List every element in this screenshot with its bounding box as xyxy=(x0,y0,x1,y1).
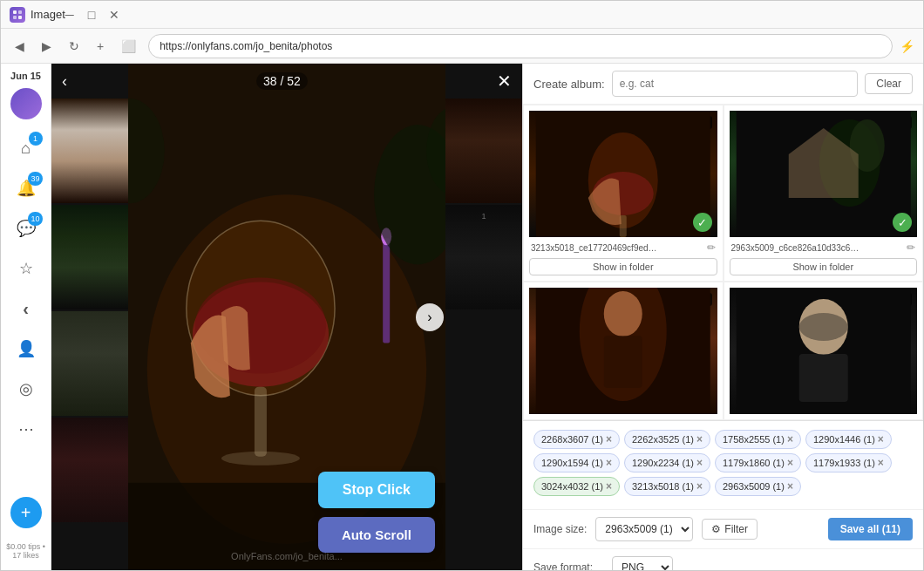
tags-row-3: 3024x4032 (1) × 3213x5018 (1) × 2963x500… xyxy=(533,477,913,496)
more-icon: ⋯ xyxy=(18,419,34,438)
save-format-row: Save format: PNGJPGWEBP xyxy=(533,556,913,570)
image-thumb-4[interactable]: 1179x1933 xyxy=(730,288,918,414)
svg-rect-0 xyxy=(13,10,17,14)
viewer-image-area: 1 xyxy=(51,64,522,570)
save-format-select[interactable]: PNGJPGWEBP xyxy=(612,556,673,570)
viewer-back-button[interactable]: ‹ xyxy=(62,72,67,91)
clear-button[interactable]: Clear xyxy=(865,73,913,94)
right-strip: 1 xyxy=(445,64,522,570)
edit-icon-2[interactable]: ✏ xyxy=(907,241,915,254)
sidebar-item-home[interactable]: ⌂ 1 xyxy=(8,130,44,167)
image-viewer: ‹ 38 / 52 ✕ xyxy=(51,64,522,570)
image-card-3: 3024x4032 xyxy=(523,282,724,420)
new-tab-button[interactable]: + xyxy=(92,36,109,57)
svg-point-11 xyxy=(221,452,300,466)
sidebar-item-messages[interactable]: 💬 10 xyxy=(8,210,44,247)
right-strip-thumb-2[interactable]: 1 xyxy=(445,205,522,309)
strip-thumb-4[interactable] xyxy=(51,418,128,522)
tag-6: 1179x1860 (1) × xyxy=(715,453,801,472)
tag-remove-10[interactable]: × xyxy=(787,480,793,493)
tag-remove-2[interactable]: × xyxy=(787,433,793,445)
tag-remove-1[interactable]: × xyxy=(696,433,703,445)
tags-area: 2268x3607 (1) × 2262x3525 (1) × 1758x255… xyxy=(523,421,923,510)
add-button[interactable]: + xyxy=(10,497,42,528)
left-strip xyxy=(51,64,128,570)
image-card-2: 2963x5009 ✓ 2963x5009_c6ce826a10d33c6960… xyxy=(724,105,924,282)
tag-5: 1290x2234 (1) × xyxy=(624,453,710,472)
sidebar-item-notifications[interactable]: 🔔 39 xyxy=(8,170,44,207)
image-size-select[interactable]: 2963x5009 (1)3213x5018 (1)3024x4032 (1)A… xyxy=(595,517,693,541)
show-folder-button-2[interactable]: Show in folder xyxy=(730,258,918,275)
svg-rect-30 xyxy=(798,354,847,402)
viewer-actions: Stop Click Auto Scroll xyxy=(318,472,435,553)
strip-thumb-1[interactable] xyxy=(51,99,128,203)
user-icon: 👤 xyxy=(17,339,36,358)
svg-point-26 xyxy=(604,291,642,336)
tag-1: 2262x3525 (1) × xyxy=(624,430,710,449)
home-badge: 1 xyxy=(29,132,43,146)
save-all-button[interactable]: Save all (11) xyxy=(828,518,913,540)
image-card-1: 3213x5018 ✓ 3213x5018_ce17720469cf9ed0d0… xyxy=(523,105,724,282)
messages-badge: 10 xyxy=(28,212,42,226)
svg-rect-10 xyxy=(255,387,267,457)
tag-4: 1290x1594 (1) × xyxy=(533,453,620,472)
sidebar-date: Jun 15 xyxy=(10,71,41,81)
back-button[interactable]: ◀ xyxy=(10,36,30,57)
tag-remove-7[interactable]: × xyxy=(878,457,884,469)
bookmark-icon[interactable]: ⚡ xyxy=(900,39,914,53)
image-size-label: Image size: xyxy=(533,523,587,535)
tag-remove-8[interactable]: × xyxy=(606,480,612,493)
sidebar-item-location[interactable]: ◎ xyxy=(8,370,44,407)
image-card-4: 1179x1933 xyxy=(724,282,924,420)
image-thumb-3[interactable]: 3024x4032 xyxy=(529,288,717,414)
image-thumb-1[interactable]: 3213x5018 ✓ xyxy=(529,111,717,237)
tag-remove-9[interactable]: × xyxy=(696,480,703,493)
address-bar-icon[interactable]: ⬜ xyxy=(116,36,141,57)
svg-rect-2 xyxy=(13,16,17,19)
thumb-svg-3 xyxy=(529,288,717,414)
tag-8: 3024x4032 (1) × xyxy=(533,477,620,496)
stop-click-button[interactable]: Stop Click xyxy=(318,472,435,508)
sidebar-item-back[interactable]: ‹ xyxy=(8,290,44,327)
tag-remove-6[interactable]: × xyxy=(787,457,793,469)
tag-remove-5[interactable]: × xyxy=(696,457,703,469)
right-strip-thumb-1[interactable] xyxy=(445,99,522,203)
edit-icon-1[interactable]: ✏ xyxy=(707,241,716,254)
strip-thumb-3[interactable] xyxy=(51,311,128,416)
tag-10: 2963x5009 (1) × xyxy=(715,477,801,496)
tag-remove-4[interactable]: × xyxy=(606,457,612,469)
strip-thumb-2[interactable] xyxy=(51,205,128,309)
sidebar-item-more[interactable]: ⋯ xyxy=(8,411,44,447)
minimize-button[interactable]: ─ xyxy=(65,8,74,22)
filter-button[interactable]: ⚙ Filter xyxy=(702,519,758,540)
sidebar: Jun 15 ⌂ 1 🔔 39 💬 10 ☆ ‹ 👤 xyxy=(1,64,51,570)
sidebar-avatar xyxy=(10,88,42,119)
refresh-button[interactable]: ↻ xyxy=(64,36,85,57)
filter-icon: ⚙ xyxy=(711,523,721,535)
forward-button[interactable]: ▶ xyxy=(37,36,57,57)
maximize-button[interactable]: □ xyxy=(88,8,95,22)
close-button[interactable]: ✕ xyxy=(109,8,119,22)
image-card-info-1: 3213x5018_ce17720469cf9ed0d0f9 ✏ xyxy=(529,237,717,256)
show-folder-button-1[interactable]: Show in folder xyxy=(529,258,717,275)
title-bar-left: Imaget xyxy=(10,7,65,23)
sidebar-item-bookmarks[interactable]: ☆ xyxy=(8,250,44,287)
tag-remove-0[interactable]: × xyxy=(606,433,612,445)
tag-remove-3[interactable]: × xyxy=(878,433,884,445)
svg-point-31 xyxy=(798,313,847,341)
tag-2: 1758x2555 (1) × xyxy=(715,430,801,449)
image-thumb-2[interactable]: 2963x5009 ✓ xyxy=(730,111,918,237)
viewer-close-button[interactable]: ✕ xyxy=(497,71,512,92)
check-icon-2: ✓ xyxy=(893,213,912,232)
album-input[interactable] xyxy=(612,71,859,97)
tag-7: 1179x1933 (1) × xyxy=(805,453,892,472)
thumb-svg-1 xyxy=(529,111,717,237)
thumb-svg-4 xyxy=(730,288,918,414)
tips-likes-text: $0.00 tips • 17 likes xyxy=(1,539,51,563)
viewer-next-button[interactable]: › xyxy=(416,303,444,331)
title-bar: Imaget ─ □ ✕ xyxy=(1,1,923,29)
url-input[interactable] xyxy=(148,34,893,58)
sidebar-item-user[interactable]: 👤 xyxy=(8,330,44,367)
auto-scroll-button[interactable]: Auto Scroll xyxy=(318,517,435,553)
right-panel: Create album: Clear 3213x5018 xyxy=(522,64,923,570)
